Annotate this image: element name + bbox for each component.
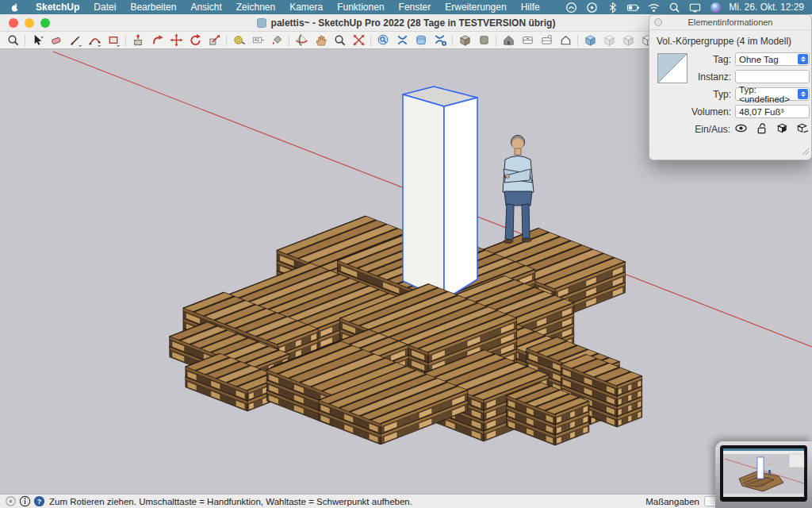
volume-label: Volumen: xyxy=(691,106,735,117)
rotate-icon[interactable] xyxy=(186,33,205,48)
wifi-icon[interactable] xyxy=(645,1,662,13)
line-icon[interactable] xyxy=(66,33,85,48)
blue-cross-icon[interactable] xyxy=(393,33,412,48)
toolbar-divider xyxy=(496,35,496,46)
house-outline-icon[interactable] xyxy=(556,33,575,48)
blue-stack-icon[interactable] xyxy=(412,33,431,48)
window-title: palettis~ - SketchUp Pro 2022 (28 Tage i… xyxy=(271,17,556,29)
toolbar-divider xyxy=(125,35,126,46)
menu-item-ansicht[interactable]: Ansicht xyxy=(183,0,228,14)
drawer-icon[interactable] xyxy=(518,33,537,48)
zoom-icon[interactable] xyxy=(330,33,349,48)
drawer-pin-icon[interactable] xyxy=(537,33,556,48)
display-icon[interactable] xyxy=(686,1,703,13)
screen-preview-overlay[interactable] xyxy=(715,441,812,508)
credit-icon[interactable] xyxy=(17,495,32,508)
paint-bucket-icon[interactable] xyxy=(267,33,286,48)
document-proxy-icon xyxy=(257,18,266,28)
blue-magnifier-icon[interactable] xyxy=(373,33,393,48)
menu-item-sketchup[interactable]: SketchUp xyxy=(29,0,86,14)
orbit-icon[interactable] xyxy=(292,33,311,48)
eye-icon[interactable] xyxy=(734,121,748,137)
instance-input[interactable] xyxy=(735,70,810,83)
entity-thumbnail xyxy=(657,53,688,83)
component-box-icon[interactable] xyxy=(455,33,474,48)
home-icon[interactable] xyxy=(499,33,518,48)
status-bar: ? Zum Rotieren ziehen. Umschalttaste = H… xyxy=(0,494,812,508)
toolbar-divider xyxy=(25,35,25,46)
toolbar-divider xyxy=(452,35,453,46)
panel-resize-grip[interactable] xyxy=(802,147,810,158)
instance-label: Instanz: xyxy=(691,71,735,83)
play-circle-icon[interactable] xyxy=(583,1,600,13)
bluetooth-icon[interactable] xyxy=(603,1,621,13)
tag-dropdown-arrows[interactable] xyxy=(798,54,808,64)
svg-text:?: ? xyxy=(36,498,40,506)
toolbar-divider xyxy=(370,35,371,46)
move-icon[interactable] xyxy=(167,33,186,48)
follow-me-icon[interactable] xyxy=(147,33,167,48)
geolocation-icon[interactable] xyxy=(3,495,17,508)
cast-shadows-icon[interactable] xyxy=(796,121,810,137)
type-dropdown-arrows[interactable] xyxy=(798,89,808,99)
menu-clock[interactable]: Mi. 26. Okt. 12:29 xyxy=(724,2,812,13)
search-icon[interactable] xyxy=(3,33,22,48)
macos-menu-bar: SketchUpDateiBearbeitenAnsichtZeichnenKa… xyxy=(0,0,812,14)
menu-item-hilfe[interactable]: Hilfe xyxy=(514,0,547,14)
push-pull-icon[interactable] xyxy=(128,33,147,48)
menu-item-zeichnen[interactable]: Zeichnen xyxy=(229,0,282,14)
entity-info-panel: Elementinformationen Vol.-Körpergruppe (… xyxy=(649,14,812,160)
toolbar-divider xyxy=(226,35,227,46)
arc-icon[interactable] xyxy=(85,33,104,48)
pan-icon[interactable] xyxy=(311,33,330,48)
cube-ghost2-icon[interactable] xyxy=(619,33,638,48)
apple-menu-icon[interactable] xyxy=(0,2,29,13)
menu-item-erweiterungen[interactable]: Erweiterungen xyxy=(438,0,513,14)
panel-title: Elementinformationen xyxy=(688,17,772,27)
siri-icon[interactable] xyxy=(707,1,724,13)
status-hint: Zum Rotieren ziehen. Umschalttaste = Han… xyxy=(49,497,412,506)
menu-item-fenster[interactable]: Fenster xyxy=(392,0,439,14)
cube-ghost-icon[interactable] xyxy=(599,33,619,48)
materials-icon[interactable] xyxy=(474,33,493,48)
battery-icon[interactable] xyxy=(624,1,642,13)
menu-item-datei[interactable]: Datei xyxy=(86,0,123,14)
unlock-icon[interactable] xyxy=(755,121,768,137)
blue-gear-icon[interactable] xyxy=(431,33,450,48)
measurements-label: Maßangaben xyxy=(645,497,699,506)
menu-item-bearbeiten[interactable]: Bearbeiten xyxy=(123,0,183,14)
zoom-window-button[interactable] xyxy=(40,18,50,28)
tape-measure-icon[interactable] xyxy=(229,33,248,48)
toolbar-divider xyxy=(289,35,289,46)
tag-dropdown[interactable]: Ohne Tag xyxy=(735,52,810,66)
cube-blue-icon[interactable] xyxy=(580,33,599,48)
minimize-window-button[interactable] xyxy=(25,18,34,28)
scale-icon[interactable] xyxy=(205,33,224,48)
type-dropdown[interactable]: Typ: <undefined> xyxy=(735,87,810,101)
eraser-icon[interactable] xyxy=(47,33,66,48)
type-label: Typ: xyxy=(691,89,735,100)
toggles-label: Ein/Aus: xyxy=(691,124,734,135)
svg-text:A1: A1 xyxy=(254,37,259,42)
volume-field[interactable]: 48,07 Fuß³ xyxy=(735,105,810,118)
panel-close-button[interactable] xyxy=(654,18,662,26)
panel-title-bar[interactable]: Elementinformationen xyxy=(649,15,811,30)
cc-icon[interactable] xyxy=(562,1,580,13)
sketchup-window: SketchUpDateiBearbeitenAnsichtZeichnenKa… xyxy=(0,0,812,508)
menu-item-kamera[interactable]: Kamera xyxy=(282,0,330,14)
tag-label: Tag: xyxy=(691,54,735,65)
shapes-icon[interactable] xyxy=(104,33,123,48)
close-window-button[interactable] xyxy=(9,18,18,28)
search-menu-icon[interactable] xyxy=(665,1,683,13)
menu-item-funktionen[interactable]: Funktionen xyxy=(330,0,391,14)
select-icon[interactable] xyxy=(28,33,47,48)
entity-type-label: Vol.-Körpergruppe (4 im Modell) xyxy=(649,30,811,48)
dimensions-icon[interactable]: A1 xyxy=(248,33,267,48)
toolbar-divider xyxy=(577,35,578,46)
zoom-extents-icon[interactable] xyxy=(349,33,368,48)
receive-shadows-icon[interactable] xyxy=(776,121,789,137)
help-icon[interactable]: ? xyxy=(32,495,46,508)
